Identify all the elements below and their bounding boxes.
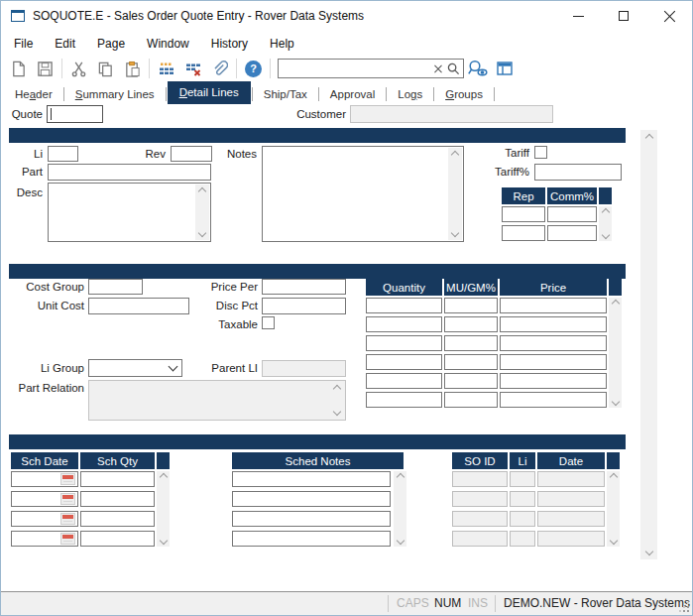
notes-grid-cell[interactable]: [232, 531, 391, 547]
attach-file-button[interactable]: [206, 57, 233, 80]
sched-notes-grid-scrollbar[interactable]: [394, 471, 406, 547]
desc-scrollbar[interactable]: [195, 185, 209, 240]
qty-grid-cell[interactable]: [444, 392, 498, 408]
scroll-down-icon[interactable]: [611, 398, 619, 406]
qty-grid-cell[interactable]: [366, 354, 442, 370]
scroll-up-icon[interactable]: [644, 134, 652, 142]
qty-grid-cell[interactable]: [500, 335, 607, 351]
qty-grid-cell[interactable]: [500, 298, 607, 313]
scroll-down-icon[interactable]: [451, 229, 459, 237]
notes-textarea[interactable]: [262, 146, 464, 242]
tab-summary-lines[interactable]: Summary Lines: [65, 85, 165, 104]
so-grid-scrollbar[interactable]: [607, 471, 620, 547]
menu-page[interactable]: Page: [86, 31, 136, 56]
qty-grid-cell[interactable]: [366, 298, 442, 313]
scroll-up-icon[interactable]: [333, 385, 341, 393]
quantity-grid-scrollbar[interactable]: [609, 298, 622, 408]
scroll-down-icon[interactable]: [396, 537, 404, 545]
menu-window[interactable]: Window: [136, 31, 200, 56]
scroll-down-icon[interactable]: [609, 537, 617, 545]
menu-help[interactable]: Help: [259, 31, 305, 56]
qty-grid-cell[interactable]: [444, 354, 498, 370]
sch-grid-cell[interactable]: [80, 511, 155, 527]
part-input[interactable]: [48, 164, 211, 181]
tariff-checkbox[interactable]: [534, 146, 547, 159]
sch-grid-cell[interactable]: [80, 471, 155, 487]
new-document-button[interactable]: [5, 57, 32, 80]
qty-grid-cell[interactable]: [444, 373, 498, 389]
sch-grid-cell[interactable]: [11, 531, 78, 547]
window-layout-button[interactable]: [491, 57, 518, 80]
scroll-down-icon[interactable]: [198, 229, 206, 237]
help-button[interactable]: [240, 57, 267, 80]
sch-grid-cell[interactable]: [11, 511, 78, 527]
cost-group-input[interactable]: [88, 279, 143, 295]
schedule-grid-scrollbar[interactable]: [157, 471, 170, 547]
rep-grid-cell[interactable]: [502, 206, 545, 222]
sch-grid-cell[interactable]: [80, 531, 155, 547]
menu-history[interactable]: History: [200, 31, 259, 56]
scroll-up-icon[interactable]: [611, 300, 619, 308]
part-relation-scrollbar[interactable]: [330, 382, 344, 419]
rev-input[interactable]: [171, 146, 212, 162]
qty-grid-cell[interactable]: [444, 316, 498, 332]
cut-button[interactable]: [65, 57, 92, 80]
scroll-down-icon[interactable]: [601, 231, 609, 239]
menu-edit[interactable]: Edit: [44, 31, 86, 56]
main-vertical-scrollbar[interactable]: [640, 130, 657, 559]
tab-ship-tax[interactable]: Ship/Tax: [254, 85, 317, 104]
tab-detail-lines[interactable]: Detail Lines: [168, 81, 251, 104]
qty-grid-cell[interactable]: [500, 316, 607, 332]
menu-file[interactable]: File: [3, 31, 44, 56]
search-input[interactable]: [279, 61, 430, 76]
unit-cost-input[interactable]: [88, 298, 189, 314]
qty-grid-cell[interactable]: [500, 392, 607, 408]
sch-grid-cell[interactable]: [80, 491, 155, 507]
notes-grid-cell[interactable]: [232, 511, 391, 527]
calendar-icon[interactable]: [60, 493, 75, 505]
rep-grid-cell[interactable]: [547, 206, 597, 222]
qty-grid-cell[interactable]: [366, 373, 442, 389]
notes-scrollbar[interactable]: [448, 148, 462, 240]
tariff-pct-input[interactable]: [534, 164, 622, 181]
paste-button[interactable]: [119, 57, 146, 80]
tab-groups[interactable]: Groups: [435, 85, 493, 104]
scroll-down-icon[interactable]: [644, 548, 652, 555]
rep-grid-cell[interactable]: [502, 225, 545, 241]
scroll-down-icon[interactable]: [159, 537, 167, 545]
desc-textarea[interactable]: [48, 183, 211, 242]
rep-grid-scrollbar[interactable]: [599, 206, 612, 241]
save-button[interactable]: [32, 57, 58, 80]
notes-grid-cell[interactable]: [232, 491, 391, 507]
close-button[interactable]: [646, 1, 692, 31]
scroll-up-icon[interactable]: [159, 473, 167, 481]
qty-grid-cell[interactable]: [500, 354, 607, 370]
sch-grid-cell[interactable]: [11, 491, 78, 507]
app-icon[interactable]: [11, 10, 25, 22]
tab-header[interactable]: Header: [5, 85, 62, 104]
resize-grip[interactable]: [678, 601, 690, 613]
scroll-up-icon[interactable]: [451, 151, 459, 159]
scroll-down-icon[interactable]: [333, 408, 341, 416]
disc-pct-input[interactable]: [262, 298, 346, 314]
rep-grid-cell[interactable]: [547, 225, 597, 241]
search-icon[interactable]: [447, 62, 460, 75]
tab-logs[interactable]: Logs: [388, 85, 432, 104]
scroll-up-icon[interactable]: [601, 208, 609, 216]
qty-grid-cell[interactable]: [500, 373, 607, 389]
sch-grid-cell[interactable]: [11, 471, 78, 487]
clear-search-icon[interactable]: [433, 63, 444, 74]
notes-grid-cell[interactable]: [232, 471, 391, 487]
calendar-icon[interactable]: [60, 513, 75, 525]
qty-grid-cell[interactable]: [366, 316, 442, 332]
calendar-icon[interactable]: [60, 473, 75, 485]
tab-approval[interactable]: Approval: [320, 85, 385, 104]
quote-input[interactable]: [47, 105, 103, 123]
copy-button[interactable]: [92, 57, 119, 80]
find-view-button[interactable]: [464, 57, 491, 80]
qty-grid-cell[interactable]: [366, 335, 442, 351]
taxable-checkbox[interactable]: [262, 316, 275, 329]
calendar-icon[interactable]: [60, 533, 75, 545]
qty-grid-cell[interactable]: [444, 335, 498, 351]
insert-line-button[interactable]: [153, 57, 179, 80]
